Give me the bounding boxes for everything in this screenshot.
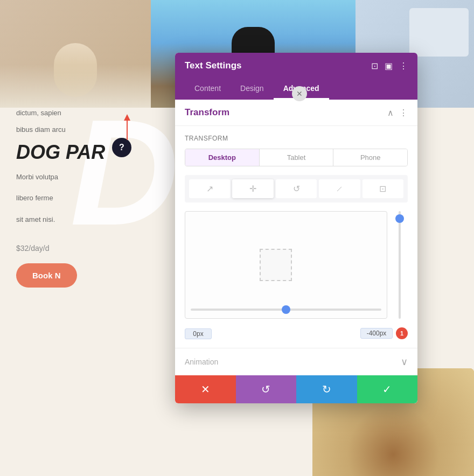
desc-line-2: libero ferme [16,193,189,204]
left-text-1: dictum, sapien [16,108,189,119]
transform-section-title: Transform [185,107,229,118]
h-value-container: 0px [185,325,212,339]
page-main-title: Dog Par [16,141,189,164]
transform-scale-btn[interactable]: ⊡ [363,179,403,198]
v-slider-track [399,211,401,319]
v-slider-thumb[interactable] [395,214,404,223]
left-content-area: dictum, sapien bibus diam arcu Dog Par M… [16,108,189,288]
v-slider-container [392,211,408,319]
book-now-button-left[interactable]: Book N [16,263,77,288]
confirm-button[interactable]: ✓ [357,375,418,403]
transform-skew-btn[interactable]: ⟋ [319,179,360,198]
desc-line-3: sit amet nisi. [16,214,189,225]
svg-marker-1 [124,114,130,121]
transform-label: Transform [185,135,408,142]
undo-button[interactable]: ↺ [236,375,297,403]
transform-canvas-area [185,211,408,319]
horizontal-transform-slider[interactable] [191,309,381,311]
v-value-display: -400px [360,328,393,339]
red-arrow-indicator [122,113,133,145]
section-more-icon[interactable]: ⋮ [399,108,408,118]
transform-translate-btn[interactable]: ↗ [189,179,230,198]
panel-body: Transform ∧ ⋮ Transform Desktop Tablet P… [175,100,417,403]
animation-label: Animation [185,358,218,366]
tab-content[interactable]: Content [185,79,231,100]
transform-values-row: 0px -400px 1 [185,325,408,339]
transform-move-btn[interactable]: ✛ [232,179,273,198]
animation-section[interactable]: Animation ∨ [175,348,417,375]
redo-button[interactable]: ↻ [296,375,357,403]
more-options-icon[interactable]: ⋮ [399,61,408,71]
section-header-actions: ∧ ⋮ [387,108,408,118]
device-tab-tablet[interactable]: Tablet [260,149,334,166]
price-display: $32/day/d [16,235,189,255]
h-slider-container [191,303,381,313]
animation-chevron-icon: ∨ [401,356,408,368]
panel-header: Text Settings ⊡ ▣ ⋮ [175,53,417,79]
tab-design[interactable]: Design [231,79,274,100]
transform-rotate-btn[interactable]: ↺ [276,179,317,198]
desc-line-1: Morbi volutpa [16,172,189,183]
device-tab-phone[interactable]: Phone [333,149,407,166]
v-value-container: -400px 1 [360,327,408,339]
device-tab-desktop[interactable]: Desktop [185,149,260,166]
section-collapse-icon[interactable]: ∧ [387,108,394,118]
canvas-reference-box [260,249,292,281]
transform-section-header: Transform ∧ ⋮ [175,100,417,126]
transform-section-content: Transform Desktop Tablet Phone ↗ ✛ ↺ ⟋ ⊡ [175,126,417,348]
left-text-2: bibus diam arcu [16,124,189,136]
panel-header-actions: ⊡ ▣ ⋮ [371,61,408,71]
panel-title: Text Settings [185,60,241,71]
text-settings-panel: Text Settings ⊡ ▣ ⋮ Content Design Advan… [175,53,417,403]
cancel-button[interactable]: ✕ [175,375,236,403]
panel-overlay-close[interactable]: ✕ [292,86,307,101]
transform-type-buttons: ↗ ✛ ↺ ⟋ ⊡ [185,175,408,202]
h-value-display: 0px [185,328,212,339]
action-bar: ✕ ↺ ↻ ✓ [175,375,417,403]
transform-canvas[interactable] [185,211,387,319]
change-counter-badge: 1 [396,327,408,339]
split-view-icon[interactable]: ▣ [385,61,393,71]
expand-icon[interactable]: ⊡ [371,61,378,71]
device-tabs: Desktop Tablet Phone [185,149,408,166]
